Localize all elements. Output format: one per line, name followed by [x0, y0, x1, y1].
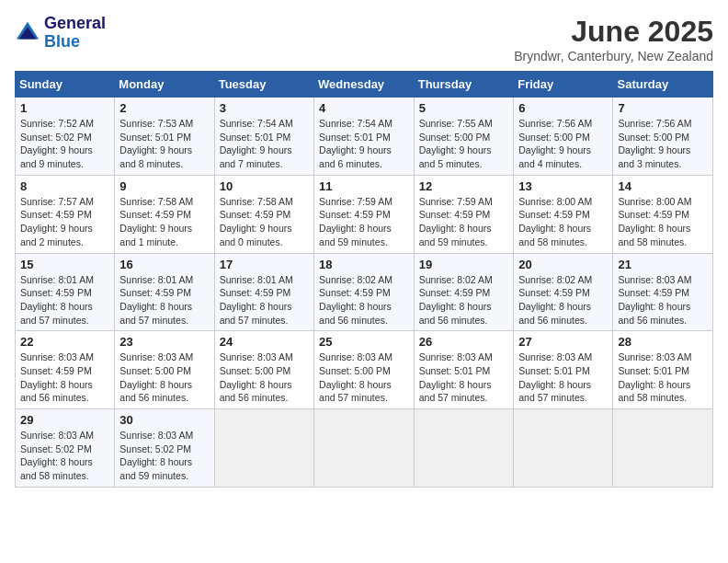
weekday-header-row: SundayMondayTuesdayWednesdayThursdayFrid…: [16, 72, 713, 98]
day-content: Sunrise: 8:03 AM Sunset: 5:00 PM Dayligh…: [319, 350, 409, 405]
calendar-cell: 8Sunrise: 7:57 AM Sunset: 4:59 PM Daylig…: [16, 175, 115, 253]
day-content: Sunrise: 7:53 AM Sunset: 5:01 PM Dayligh…: [119, 117, 209, 171]
calendar-cell: 23Sunrise: 8:03 AM Sunset: 5:00 PM Dayli…: [115, 331, 214, 409]
weekday-header-thursday: Thursday: [414, 72, 513, 98]
day-content: Sunrise: 7:59 AM Sunset: 4:59 PM Dayligh…: [419, 195, 508, 249]
day-number: 24: [220, 335, 309, 349]
day-content: Sunrise: 7:58 AM Sunset: 4:59 PM Dayligh…: [220, 195, 309, 249]
day-content: Sunrise: 8:03 AM Sunset: 5:02 PM Dayligh…: [119, 429, 209, 483]
logo-icon: [15, 20, 40, 46]
calendar-cell: 6Sunrise: 7:56 AM Sunset: 5:00 PM Daylig…: [514, 98, 613, 176]
day-number: 26: [419, 335, 508, 349]
calendar-cell: 14Sunrise: 8:00 AM Sunset: 4:59 PM Dayli…: [613, 175, 713, 253]
calendar-cell: 16Sunrise: 8:01 AM Sunset: 4:59 PM Dayli…: [115, 253, 214, 331]
calendar-cell: 30Sunrise: 8:03 AM Sunset: 5:02 PM Dayli…: [115, 409, 214, 488]
calendar-week-row: 29Sunrise: 8:03 AM Sunset: 5:02 PM Dayli…: [16, 409, 713, 488]
day-number: 5: [419, 101, 508, 115]
day-content: Sunrise: 7:56 AM Sunset: 5:00 PM Dayligh…: [518, 117, 608, 171]
calendar-cell: 2Sunrise: 7:53 AM Sunset: 5:01 PM Daylig…: [115, 98, 214, 176]
day-content: Sunrise: 7:54 AM Sunset: 5:01 PM Dayligh…: [220, 117, 309, 171]
day-content: Sunrise: 8:03 AM Sunset: 5:01 PM Dayligh…: [618, 350, 708, 405]
day-number: 7: [618, 101, 708, 115]
calendar-cell: 19Sunrise: 8:02 AM Sunset: 4:59 PM Dayli…: [414, 253, 513, 331]
day-content: Sunrise: 8:03 AM Sunset: 5:00 PM Dayligh…: [220, 350, 309, 405]
day-number: 12: [419, 179, 508, 193]
day-number: 10: [220, 179, 309, 193]
day-number: 15: [20, 258, 109, 271]
day-number: 19: [419, 258, 508, 271]
calendar-cell: 4Sunrise: 7:54 AM Sunset: 5:01 PM Daylig…: [314, 98, 415, 176]
weekday-header-tuesday: Tuesday: [214, 72, 313, 98]
day-content: Sunrise: 8:02 AM Sunset: 4:59 PM Dayligh…: [319, 273, 409, 327]
day-content: Sunrise: 8:02 AM Sunset: 4:59 PM Dayligh…: [518, 273, 608, 327]
day-number: 11: [319, 179, 409, 193]
day-content: Sunrise: 8:00 AM Sunset: 4:59 PM Dayligh…: [518, 195, 608, 249]
calendar-cell: 22Sunrise: 8:03 AM Sunset: 4:59 PM Dayli…: [16, 331, 115, 409]
calendar-cell: 18Sunrise: 8:02 AM Sunset: 4:59 PM Dayli…: [314, 253, 415, 331]
location-subtitle: Bryndwr, Canterbury, New Zealand: [514, 49, 713, 63]
calendar-cell: 29Sunrise: 8:03 AM Sunset: 5:02 PM Dayli…: [16, 409, 115, 488]
calendar-cell: 7Sunrise: 7:56 AM Sunset: 5:00 PM Daylig…: [613, 98, 713, 176]
calendar-cell: 1Sunrise: 7:52 AM Sunset: 5:02 PM Daylig…: [16, 98, 115, 176]
day-number: 4: [319, 101, 409, 115]
day-content: Sunrise: 7:59 AM Sunset: 4:59 PM Dayligh…: [319, 195, 409, 249]
calendar-cell: 15Sunrise: 8:01 AM Sunset: 4:59 PM Dayli…: [16, 253, 115, 331]
calendar-cell: 12Sunrise: 7:59 AM Sunset: 4:59 PM Dayli…: [414, 175, 513, 253]
day-number: 17: [220, 258, 309, 271]
calendar-cell: 17Sunrise: 8:01 AM Sunset: 4:59 PM Dayli…: [214, 253, 313, 331]
calendar-week-row: 22Sunrise: 8:03 AM Sunset: 4:59 PM Dayli…: [16, 331, 713, 409]
calendar-week-row: 1Sunrise: 7:52 AM Sunset: 5:02 PM Daylig…: [16, 98, 713, 176]
calendar-cell: [214, 409, 313, 488]
day-content: Sunrise: 7:54 AM Sunset: 5:01 PM Dayligh…: [319, 117, 409, 171]
calendar-cell: 11Sunrise: 7:59 AM Sunset: 4:59 PM Dayli…: [314, 175, 415, 253]
day-number: 3: [220, 101, 309, 115]
calendar-cell: [613, 409, 713, 488]
day-number: 2: [119, 101, 209, 115]
day-number: 13: [518, 179, 608, 193]
day-content: Sunrise: 7:58 AM Sunset: 4:59 PM Dayligh…: [119, 195, 209, 249]
day-number: 21: [618, 258, 708, 271]
day-content: Sunrise: 8:03 AM Sunset: 5:01 PM Dayligh…: [419, 350, 508, 405]
day-number: 25: [319, 335, 409, 349]
weekday-header-sunday: Sunday: [16, 72, 115, 98]
day-number: 20: [518, 258, 608, 271]
calendar-cell: 26Sunrise: 8:03 AM Sunset: 5:01 PM Dayli…: [414, 331, 513, 409]
day-number: 9: [119, 179, 209, 193]
calendar-cell: 25Sunrise: 8:03 AM Sunset: 5:00 PM Dayli…: [314, 331, 415, 409]
weekday-header-monday: Monday: [115, 72, 214, 98]
calendar-cell: [514, 409, 613, 488]
day-content: Sunrise: 8:00 AM Sunset: 4:59 PM Dayligh…: [618, 195, 708, 249]
logo: GeneralBlue: [15, 15, 106, 52]
day-number: 27: [518, 335, 608, 349]
day-number: 6: [518, 101, 608, 115]
calendar-cell: 3Sunrise: 7:54 AM Sunset: 5:01 PM Daylig…: [214, 98, 313, 176]
day-content: Sunrise: 8:02 AM Sunset: 4:59 PM Dayligh…: [419, 273, 508, 327]
day-number: 16: [119, 258, 209, 271]
day-content: Sunrise: 7:56 AM Sunset: 5:00 PM Dayligh…: [618, 117, 708, 171]
day-number: 28: [618, 335, 708, 349]
day-content: Sunrise: 7:57 AM Sunset: 4:59 PM Dayligh…: [20, 195, 109, 249]
day-number: 29: [20, 413, 109, 427]
day-number: 1: [20, 101, 109, 115]
day-number: 22: [20, 335, 109, 349]
calendar-week-row: 8Sunrise: 7:57 AM Sunset: 4:59 PM Daylig…: [16, 175, 713, 253]
calendar-table: SundayMondayTuesdayWednesdayThursdayFrid…: [15, 71, 713, 488]
day-content: Sunrise: 8:01 AM Sunset: 4:59 PM Dayligh…: [220, 273, 309, 327]
calendar-cell: 20Sunrise: 8:02 AM Sunset: 4:59 PM Dayli…: [514, 253, 613, 331]
calendar-week-row: 15Sunrise: 8:01 AM Sunset: 4:59 PM Dayli…: [16, 253, 713, 331]
weekday-header-saturday: Saturday: [613, 72, 713, 98]
calendar-cell: 5Sunrise: 7:55 AM Sunset: 5:00 PM Daylig…: [414, 98, 513, 176]
weekday-header-wednesday: Wednesday: [314, 72, 415, 98]
calendar-cell: 24Sunrise: 8:03 AM Sunset: 5:00 PM Dayli…: [214, 331, 313, 409]
day-number: 8: [20, 179, 109, 193]
calendar-cell: 13Sunrise: 8:00 AM Sunset: 4:59 PM Dayli…: [514, 175, 613, 253]
day-content: Sunrise: 7:52 AM Sunset: 5:02 PM Dayligh…: [20, 117, 109, 171]
calendar-cell: 21Sunrise: 8:03 AM Sunset: 4:59 PM Dayli…: [613, 253, 713, 331]
day-content: Sunrise: 7:55 AM Sunset: 5:00 PM Dayligh…: [419, 117, 508, 171]
calendar-cell: 9Sunrise: 7:58 AM Sunset: 4:59 PM Daylig…: [115, 175, 214, 253]
day-content: Sunrise: 8:03 AM Sunset: 5:00 PM Dayligh…: [119, 350, 209, 405]
calendar-cell: 10Sunrise: 7:58 AM Sunset: 4:59 PM Dayli…: [214, 175, 313, 253]
calendar-cell: 28Sunrise: 8:03 AM Sunset: 5:01 PM Dayli…: [613, 331, 713, 409]
day-content: Sunrise: 8:03 AM Sunset: 4:59 PM Dayligh…: [618, 273, 708, 327]
logo-text-general: GeneralBlue: [44, 15, 106, 52]
